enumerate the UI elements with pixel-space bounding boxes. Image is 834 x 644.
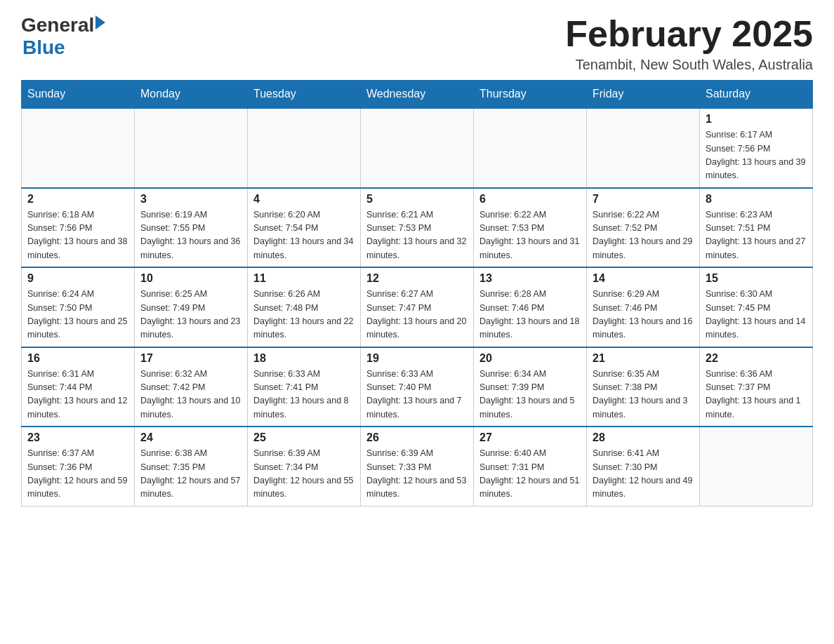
day-info: Sunrise: 6:39 AMSunset: 7:33 PMDaylight:… [366, 447, 468, 502]
day-number: 24 [140, 431, 241, 444]
day-info: Sunrise: 6:37 AMSunset: 7:36 PMDaylight:… [27, 447, 128, 502]
day-info: Sunrise: 6:22 AMSunset: 7:52 PMDaylight:… [593, 208, 694, 263]
day-number: 10 [140, 272, 241, 285]
table-row [474, 108, 587, 188]
day-number: 9 [27, 272, 128, 285]
calendar-location: Tenambit, New South Wales, Australia [565, 57, 813, 73]
table-row: 8Sunrise: 6:23 AMSunset: 7:51 PMDaylight… [700, 188, 813, 268]
calendar-week-row: 2Sunrise: 6:18 AMSunset: 7:56 PMDaylight… [22, 188, 813, 268]
table-row: 5Sunrise: 6:21 AMSunset: 7:53 PMDaylight… [361, 188, 474, 268]
day-number: 16 [27, 352, 128, 365]
table-row: 2Sunrise: 6:18 AMSunset: 7:56 PMDaylight… [22, 188, 135, 268]
table-row: 25Sunrise: 6:39 AMSunset: 7:34 PMDayligh… [248, 427, 361, 506]
day-info: Sunrise: 6:26 AMSunset: 7:48 PMDaylight:… [253, 288, 355, 342]
calendar-title: February 2025 [565, 14, 813, 54]
day-info: Sunrise: 6:23 AMSunset: 7:51 PMDaylight:… [706, 208, 807, 263]
day-info: Sunrise: 6:17 AMSunset: 7:56 PMDaylight:… [706, 128, 807, 183]
day-info: Sunrise: 6:33 AMSunset: 7:41 PMDaylight:… [253, 368, 355, 422]
day-info: Sunrise: 6:39 AMSunset: 7:34 PMDaylight:… [253, 447, 355, 502]
day-number: 14 [593, 272, 694, 285]
day-info: Sunrise: 6:25 AMSunset: 7:49 PMDaylight:… [140, 288, 241, 342]
day-info: Sunrise: 6:24 AMSunset: 7:50 PMDaylight:… [27, 288, 128, 342]
day-number: 13 [479, 272, 581, 285]
day-info: Sunrise: 6:33 AMSunset: 7:40 PMDaylight:… [366, 368, 468, 422]
table-row: 18Sunrise: 6:33 AMSunset: 7:41 PMDayligh… [248, 347, 361, 427]
table-row [361, 108, 474, 188]
header-friday: Friday [587, 81, 700, 109]
calendar-week-row: 16Sunrise: 6:31 AMSunset: 7:44 PMDayligh… [22, 347, 813, 427]
header-wednesday: Wednesday [361, 81, 474, 109]
table-row: 22Sunrise: 6:36 AMSunset: 7:37 PMDayligh… [700, 347, 813, 427]
logo-general-text: General [21, 14, 94, 36]
day-info: Sunrise: 6:27 AMSunset: 7:47 PMDaylight:… [366, 288, 468, 342]
page-header: General Blue February 2025 Tenambit, New… [21, 14, 813, 73]
logo: General Blue [21, 14, 105, 59]
day-info: Sunrise: 6:28 AMSunset: 7:46 PMDaylight:… [479, 288, 581, 342]
table-row: 3Sunrise: 6:19 AMSunset: 7:55 PMDaylight… [135, 188, 248, 268]
table-row [22, 108, 135, 188]
table-row: 9Sunrise: 6:24 AMSunset: 7:50 PMDaylight… [22, 267, 135, 347]
day-info: Sunrise: 6:20 AMSunset: 7:54 PMDaylight:… [253, 208, 355, 263]
day-number: 15 [706, 272, 807, 285]
day-number: 20 [479, 352, 581, 365]
header-saturday: Saturday [700, 81, 813, 109]
day-number: 5 [366, 193, 468, 206]
table-row: 6Sunrise: 6:22 AMSunset: 7:53 PMDaylight… [474, 188, 587, 268]
table-row: 12Sunrise: 6:27 AMSunset: 7:47 PMDayligh… [361, 267, 474, 347]
calendar-week-row: 23Sunrise: 6:37 AMSunset: 7:36 PMDayligh… [22, 427, 813, 506]
day-info: Sunrise: 6:22 AMSunset: 7:53 PMDaylight:… [479, 208, 581, 263]
day-number: 18 [253, 352, 355, 365]
day-info: Sunrise: 6:19 AMSunset: 7:55 PMDaylight:… [140, 208, 241, 263]
day-number: 3 [140, 193, 241, 206]
table-row: 4Sunrise: 6:20 AMSunset: 7:54 PMDaylight… [248, 188, 361, 268]
day-number: 7 [593, 193, 694, 206]
logo-arrow-icon [95, 15, 105, 29]
day-info: Sunrise: 6:21 AMSunset: 7:53 PMDaylight:… [366, 208, 468, 263]
table-row: 16Sunrise: 6:31 AMSunset: 7:44 PMDayligh… [22, 347, 135, 427]
day-info: Sunrise: 6:30 AMSunset: 7:45 PMDaylight:… [706, 288, 807, 342]
table-row: 27Sunrise: 6:40 AMSunset: 7:31 PMDayligh… [474, 427, 587, 506]
day-number: 2 [27, 193, 128, 206]
table-row: 21Sunrise: 6:35 AMSunset: 7:38 PMDayligh… [587, 347, 700, 427]
table-row: 23Sunrise: 6:37 AMSunset: 7:36 PMDayligh… [22, 427, 135, 506]
table-row: 7Sunrise: 6:22 AMSunset: 7:52 PMDaylight… [587, 188, 700, 268]
table-row: 13Sunrise: 6:28 AMSunset: 7:46 PMDayligh… [474, 267, 587, 347]
calendar-week-row: 9Sunrise: 6:24 AMSunset: 7:50 PMDaylight… [22, 267, 813, 347]
calendar-header-row: Sunday Monday Tuesday Wednesday Thursday… [22, 81, 813, 109]
day-number: 26 [366, 431, 468, 444]
calendar-week-row: 1Sunrise: 6:17 AMSunset: 7:56 PMDaylight… [22, 108, 813, 188]
table-row: 17Sunrise: 6:32 AMSunset: 7:42 PMDayligh… [135, 347, 248, 427]
day-number: 4 [253, 193, 355, 206]
day-info: Sunrise: 6:41 AMSunset: 7:30 PMDaylight:… [593, 447, 694, 502]
table-row: 1Sunrise: 6:17 AMSunset: 7:56 PMDaylight… [700, 108, 813, 188]
day-info: Sunrise: 6:29 AMSunset: 7:46 PMDaylight:… [593, 288, 694, 342]
day-number: 25 [253, 431, 355, 444]
table-row: 11Sunrise: 6:26 AMSunset: 7:48 PMDayligh… [248, 267, 361, 347]
day-number: 1 [706, 113, 807, 126]
day-number: 21 [593, 352, 694, 365]
day-info: Sunrise: 6:31 AMSunset: 7:44 PMDaylight:… [27, 368, 128, 422]
day-number: 17 [140, 352, 241, 365]
table-row: 24Sunrise: 6:38 AMSunset: 7:35 PMDayligh… [135, 427, 248, 506]
day-info: Sunrise: 6:32 AMSunset: 7:42 PMDaylight:… [140, 368, 241, 422]
table-row [587, 108, 700, 188]
header-tuesday: Tuesday [248, 81, 361, 109]
table-row: 20Sunrise: 6:34 AMSunset: 7:39 PMDayligh… [474, 347, 587, 427]
title-block: February 2025 Tenambit, New South Wales,… [565, 14, 813, 73]
day-info: Sunrise: 6:36 AMSunset: 7:37 PMDaylight:… [706, 368, 807, 422]
table-row [248, 108, 361, 188]
day-info: Sunrise: 6:35 AMSunset: 7:38 PMDaylight:… [593, 368, 694, 422]
header-monday: Monday [135, 81, 248, 109]
day-number: 6 [479, 193, 581, 206]
day-number: 12 [366, 272, 468, 285]
day-info: Sunrise: 6:38 AMSunset: 7:35 PMDaylight:… [140, 447, 241, 502]
table-row: 26Sunrise: 6:39 AMSunset: 7:33 PMDayligh… [361, 427, 474, 506]
header-sunday: Sunday [22, 81, 135, 109]
day-number: 27 [479, 431, 581, 444]
table-row: 28Sunrise: 6:41 AMSunset: 7:30 PMDayligh… [587, 427, 700, 506]
logo-blue-text: Blue [22, 36, 105, 59]
calendar-table: Sunday Monday Tuesday Wednesday Thursday… [21, 80, 813, 507]
day-number: 23 [27, 431, 128, 444]
header-thursday: Thursday [474, 81, 587, 109]
day-number: 19 [366, 352, 468, 365]
